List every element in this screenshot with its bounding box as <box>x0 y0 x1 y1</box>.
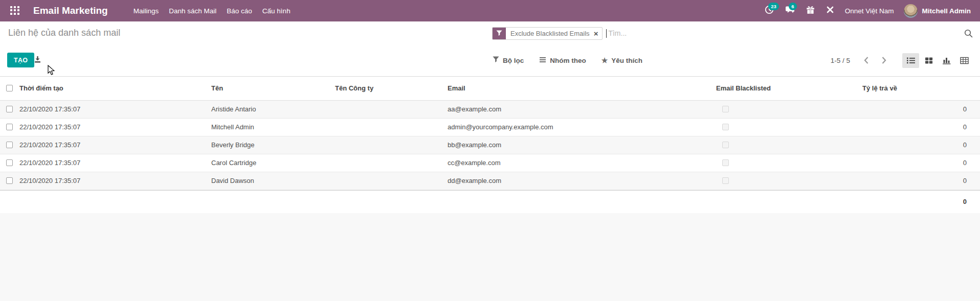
cell-bounce: 0 <box>862 136 980 154</box>
cell-created: 22/10/2020 17:35:07 <box>19 118 211 136</box>
cell-email: bb@example.com <box>448 136 714 154</box>
cell-created: 22/10/2020 17:35:07 <box>19 136 211 154</box>
filter-facet-icon <box>493 28 506 39</box>
search-options: Bộ lọc Nhóm theo ★ Yêu thích <box>493 44 642 76</box>
row-select-checkbox[interactable] <box>6 106 13 112</box>
col-header-bounce[interactable]: Tỷ lệ trả về <box>862 77 980 100</box>
col-header-email[interactable]: Email <box>448 77 714 100</box>
row-select-checkbox[interactable] <box>6 177 13 184</box>
apps-grid-icon[interactable] <box>10 6 20 16</box>
bounce-total: 0 <box>963 198 967 205</box>
menu-mailing-lists[interactable]: Danh sách Mail <box>164 0 221 21</box>
empty-area <box>0 213 980 301</box>
contacts-table: Thời điểm tạo Tên Tên Công ty Email Emai… <box>0 77 980 190</box>
cell-created: 22/10/2020 17:35:07 <box>19 172 211 190</box>
search-icon[interactable] <box>960 29 973 38</box>
messages-button[interactable]: 6 <box>779 0 800 21</box>
list-view-icon <box>906 56 916 64</box>
user-avatar[interactable] <box>904 4 918 18</box>
cell-bounce: 0 <box>862 154 980 172</box>
pager-previous-button[interactable] <box>857 57 875 64</box>
facet-label: Exclude Blacklisted Emails <box>506 28 594 39</box>
blacklisted-checkbox <box>722 177 729 184</box>
pager-range: 1-5 / 5 <box>831 57 850 64</box>
col-header-created[interactable]: Thời điểm tạo <box>19 77 211 100</box>
view-graph-button[interactable] <box>938 53 955 68</box>
cell-name: Aristide Antario <box>211 100 335 118</box>
export-icon[interactable] <box>34 56 41 65</box>
aggregate-row: 0 <box>0 190 980 213</box>
cell-name: Beverly Bridge <box>211 136 335 154</box>
view-pivot-button[interactable] <box>956 53 973 68</box>
cell-name: Carol Cartridge <box>211 154 335 172</box>
cell-company <box>335 136 448 154</box>
table-row[interactable]: 22/10/2020 17:35:07 Aristide Antario aa@… <box>0 100 980 118</box>
topbar: Email Marketing Mailings Danh sách Mail … <box>0 0 980 21</box>
cell-email: aa@example.com <box>448 100 714 118</box>
debug-tools-button[interactable] <box>820 0 840 21</box>
text-caret <box>606 29 607 38</box>
row-select-checkbox[interactable] <box>6 159 13 166</box>
filters-button[interactable]: Bộ lọc <box>493 56 524 64</box>
search-bar[interactable]: Exclude Blacklisted Emails × Tìm... <box>492 26 973 40</box>
user-menu[interactable]: Mitchell Admin <box>922 7 973 15</box>
cell-company <box>335 100 448 118</box>
col-header-name[interactable]: Tên <box>211 77 335 100</box>
app-title[interactable]: Email Marketing <box>33 5 108 16</box>
groupby-button[interactable]: Nhóm theo <box>539 57 586 64</box>
view-list-button[interactable] <box>902 53 919 68</box>
col-header-blacklisted[interactable]: Email Blacklisted <box>714 77 862 100</box>
gift-icon <box>806 6 815 16</box>
cell-company <box>335 172 448 190</box>
cell-email: cc@example.com <box>448 154 714 172</box>
row-select-checkbox[interactable] <box>6 124 13 130</box>
activities-button[interactable]: 23 <box>759 0 779 21</box>
pager-next-button[interactable] <box>875 57 893 64</box>
view-kanban-button[interactable] <box>920 53 937 68</box>
company-switcher[interactable]: Onnet Việt Nam <box>840 7 901 15</box>
filters-label: Bộ lọc <box>503 57 524 64</box>
facet-remove-icon[interactable]: × <box>594 28 603 39</box>
bars-icon <box>539 57 546 64</box>
graph-view-icon <box>942 56 951 64</box>
cell-company <box>335 154 448 172</box>
table-row[interactable]: 22/10/2020 17:35:07 Mitchell Admin admin… <box>0 118 980 136</box>
main-menu: Mailings Danh sách Mail Báo cáo Cấu hình <box>128 0 296 21</box>
search-input[interactable]: Tìm... <box>608 29 960 37</box>
table-header-row: Thời điểm tạo Tên Tên Công ty Email Emai… <box>0 77 980 100</box>
kanban-view-icon <box>925 57 933 64</box>
create-button[interactable]: TẠO <box>7 53 34 67</box>
blacklisted-checkbox <box>722 142 729 148</box>
menu-configuration[interactable]: Cấu hình <box>257 0 296 21</box>
select-all-checkbox[interactable] <box>6 85 13 91</box>
table-row[interactable]: 22/10/2020 17:35:07 Beverly Bridge bb@ex… <box>0 136 980 154</box>
cell-name: Mitchell Admin <box>211 118 335 136</box>
activity-count-badge: 23 <box>768 3 779 10</box>
page: Email Marketing Mailings Danh sách Mail … <box>0 0 980 301</box>
cell-email: admin@yourcompany.example.com <box>448 118 714 136</box>
message-count-badge: 6 <box>789 3 797 10</box>
cell-bounce: 0 <box>862 172 980 190</box>
menu-reporting[interactable]: Báo cáo <box>221 0 257 21</box>
systray: 23 6 <box>759 0 973 21</box>
col-header-company[interactable]: Tên Công ty <box>335 77 448 100</box>
pager-and-views: 1-5 / 5 <box>831 44 973 76</box>
blacklisted-checkbox <box>722 124 729 130</box>
row-select-checkbox[interactable] <box>6 142 13 148</box>
table-row[interactable]: 22/10/2020 17:35:07 Carol Cartridge cc@e… <box>0 154 980 172</box>
table-row[interactable]: 22/10/2020 17:35:07 David Dawson dd@exam… <box>0 172 980 190</box>
star-icon: ★ <box>602 57 608 64</box>
cell-bounce: 0 <box>862 118 980 136</box>
favorites-button[interactable]: ★ Yêu thích <box>602 57 642 64</box>
gift-button[interactable] <box>800 0 820 21</box>
view-switcher <box>902 53 973 68</box>
funnel-icon <box>493 56 499 64</box>
pivot-view-icon <box>960 57 969 64</box>
breadcrumb[interactable]: Liên hệ của danh sách mail <box>8 28 120 38</box>
menu-mailings[interactable]: Mailings <box>128 0 164 21</box>
cell-company <box>335 118 448 136</box>
search-facet: Exclude Blacklisted Emails × <box>492 27 603 40</box>
blacklisted-checkbox <box>722 159 729 166</box>
cell-email: dd@example.com <box>448 172 714 190</box>
blacklisted-checkbox <box>722 106 729 112</box>
